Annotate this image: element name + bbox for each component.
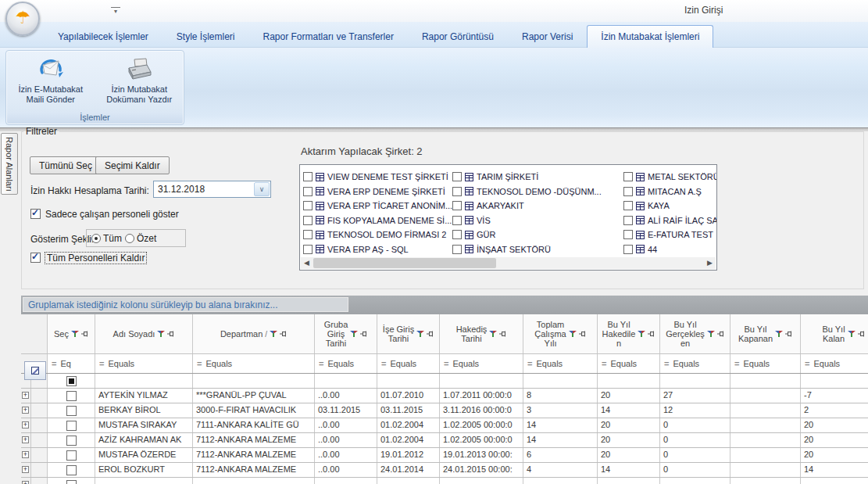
company-checkbox[interactable] [452, 187, 462, 196]
table-row[interactable]: +AZİZ KAHRAMAN AK7112-ANKARA MALZEME..0.… [21, 433, 868, 448]
quick-access-toolbar-arrow-icon[interactable]: ▾ [111, 7, 120, 16]
pin-icon[interactable] [167, 331, 174, 338]
remove-all-personnel-checkbox[interactable] [30, 253, 41, 263]
filter-icon[interactable] [350, 330, 358, 338]
column-header[interactable]: Departman/ [193, 314, 315, 353]
radio-option-ozet[interactable]: Özet [125, 233, 156, 244]
ribbon-tab[interactable]: Rapor Verisi [508, 26, 587, 47]
table-row[interactable]: +AYTEKİN YILMAZ***GRANÜL-PP ÇUVAL..0.000… [21, 389, 868, 403]
radio-option-tum[interactable]: Tüm [91, 233, 122, 244]
select-all-button[interactable]: Tümünü Seç [30, 156, 102, 174]
table-row[interactable]: +MUSTAFA ÖZERDE7112-ANKARA MALZEME..0.00… [21, 448, 868, 463]
pin-icon[interactable] [717, 331, 724, 338]
company-checkbox[interactable] [452, 245, 462, 254]
company-checkbox[interactable] [452, 172, 462, 181]
filter-cell[interactable]: =Equals [193, 354, 315, 373]
pin-icon[interactable] [858, 331, 865, 338]
company-list-item[interactable]: KAYA [623, 199, 716, 213]
company-list-item[interactable]: VERA ERP AŞ - SQL [303, 242, 452, 257]
filter-cell[interactable]: =Equals [523, 354, 598, 373]
ribbon-tab[interactable]: Rapor Görüntüsü [408, 26, 508, 47]
company-checkbox[interactable] [303, 216, 313, 225]
company-checkbox[interactable] [452, 201, 462, 210]
ribbon-tab[interactable]: Rapor Formatları ve Transferler [249, 26, 408, 47]
ribbon-tab[interactable]: Yapılabilecek İşlemler [44, 26, 163, 47]
expand-button[interactable]: + [22, 466, 29, 473]
company-checkbox[interactable] [623, 216, 633, 225]
expand-button[interactable]: + [22, 392, 29, 399]
filter-icon[interactable] [848, 330, 855, 338]
filter-cell[interactable]: =Equals [95, 354, 193, 373]
expand-button[interactable]: + [22, 421, 29, 428]
company-list-item[interactable]: METAL SEKTÖRÜ [623, 170, 716, 185]
company-list-item[interactable]: İNŞAAT SEKTÖRÜ [452, 242, 623, 257]
company-checkbox[interactable] [623, 245, 633, 254]
pin-icon[interactable] [579, 331, 586, 338]
filter-cell[interactable]: =Equals [315, 354, 377, 373]
row-checkbox[interactable] [66, 480, 77, 484]
column-header[interactable]: Toplam Çalışma Yılı [523, 314, 598, 353]
company-list-item[interactable]: TEKNOSOL DEMO FİRMASI 2 [303, 228, 452, 242]
pin-icon[interactable] [785, 331, 792, 338]
column-header[interactable]: Bu Yıl Kalan [801, 314, 868, 353]
column-header[interactable]: İşe Giriş Tarihi [377, 314, 440, 353]
table-row[interactable]: +MUSTAFA SIRAKAY7111-ANKARA KALİTE GÜ..0… [21, 418, 868, 433]
column-header[interactable]: Bu Yıl Hakedile n [598, 314, 660, 353]
row-checkbox[interactable] [66, 376, 77, 386]
company-checkbox[interactable] [623, 172, 633, 181]
company-list-item[interactable]: GÜR [452, 228, 623, 242]
company-horizontal-scrollbar[interactable]: ◀ ▶ [301, 257, 716, 269]
pin-icon[interactable] [499, 331, 506, 338]
expand-button[interactable]: + [22, 436, 29, 443]
scroll-left-button[interactable]: ◀ [301, 257, 313, 269]
filter-cell[interactable]: =Equals [598, 354, 660, 373]
company-list-item[interactable]: VİS [452, 213, 623, 228]
filter-icon[interactable] [707, 330, 715, 338]
company-checkbox[interactable] [623, 187, 633, 196]
company-checkbox[interactable] [623, 201, 633, 210]
pin-icon[interactable] [427, 331, 434, 338]
company-checkbox[interactable] [303, 187, 313, 196]
scroll-right-button[interactable]: ▶ [704, 257, 716, 269]
company-list-item[interactable]: TARIM ŞİRKETİ [452, 170, 623, 185]
table-row[interactable]: +EROL BOZKURT7112-ANKARA MALZEME..0.0024… [21, 463, 868, 478]
ribbon-tab[interactable]: Style İşlemleri [163, 26, 249, 47]
company-list-item[interactable]: AKARYAKIT [452, 199, 623, 213]
company-checkbox[interactable] [303, 201, 313, 210]
row-checkbox[interactable] [66, 406, 77, 416]
company-list-item[interactable]: 44 [623, 242, 716, 257]
table-row[interactable]: + [21, 478, 868, 484]
column-header[interactable]: Adı Soyadı [95, 314, 193, 353]
expand-button[interactable]: + [22, 407, 29, 414]
company-list-item[interactable]: TEKNOSOL DEMO -DÜŞÜNM... [452, 185, 623, 199]
application-menu-button[interactable]: ☂ [5, 2, 40, 36]
ribbon-big-button[interactable]: İzin E-Mutabakat Maili Gönder [9, 55, 93, 105]
filter-icon[interactable] [489, 330, 497, 338]
company-checkbox[interactable] [303, 172, 313, 181]
column-header[interactable]: Gruba Giriş Tarihi [315, 314, 377, 353]
scroll-thumb[interactable] [313, 258, 496, 268]
filter-cell[interactable]: =Equals [801, 354, 868, 373]
row-checkbox[interactable] [66, 421, 77, 431]
filter-cell[interactable]: =Eq [48, 354, 95, 373]
table-row[interactable]: +BERKAY BİROL3000-F-FIRAT HAVACILIK03.11… [21, 403, 868, 418]
company-checkbox[interactable] [303, 230, 313, 239]
filter-icon[interactable] [775, 330, 783, 338]
company-checkbox[interactable] [452, 230, 462, 239]
pin-icon[interactable] [648, 331, 655, 338]
company-checkbox[interactable] [623, 230, 633, 239]
filter-icon[interactable] [71, 330, 79, 338]
company-checkbox[interactable] [452, 216, 462, 225]
filter-icon[interactable] [569, 330, 577, 338]
row-checkbox[interactable] [66, 450, 77, 461]
date-dropdown-button[interactable]: ∨ [254, 182, 270, 196]
column-header[interactable]: Bu Yıl Kapanan [730, 314, 801, 353]
filter-icon[interactable] [270, 330, 277, 338]
company-checkbox[interactable] [303, 245, 313, 254]
column-header[interactable]: Bu Yıl Gerçekleş en [660, 314, 730, 353]
company-list-item[interactable]: VERA ERP DENEME ŞİRKETİ [303, 185, 452, 199]
company-list-item[interactable]: MITACAN A.Ş [623, 185, 716, 199]
filter-icon[interactable] [416, 330, 424, 338]
filter-cell[interactable]: =Equals [730, 354, 801, 373]
column-header[interactable]: Hakediş Tarihi [440, 314, 523, 353]
